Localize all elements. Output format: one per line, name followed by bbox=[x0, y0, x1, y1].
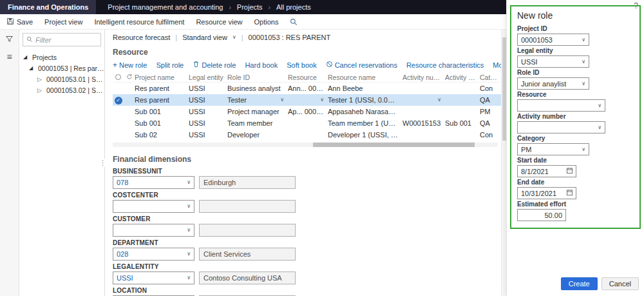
costcenter-combobox[interactable]: ∨ bbox=[113, 200, 194, 213]
businessunit-combobox[interactable]: 078∨ bbox=[113, 176, 194, 189]
chevron-down-icon[interactable]: ∨ bbox=[582, 81, 585, 86]
tree-node-sub-01[interactable]: ▷ 00001053.01 | Sub 01 bbox=[19, 74, 104, 84]
customer-combobox[interactable]: ∨ bbox=[113, 224, 194, 237]
cell-legal-entity[interactable]: USSI bbox=[189, 84, 227, 92]
table-row[interactable]: Sub 001 USSI Team member Team member 1 (… bbox=[113, 117, 508, 129]
legal-entity-combobox[interactable]: USSI∨ bbox=[517, 55, 589, 68]
chevron-down-icon[interactable]: ∨ bbox=[187, 180, 191, 185]
chevron-down-icon[interactable]: ∨ bbox=[280, 97, 284, 103]
breadcrumb-page[interactable]: All projects bbox=[276, 3, 311, 11]
chevron-down-icon[interactable]: ∨ bbox=[437, 97, 441, 103]
cell-resource-name[interactable]: Team member 1 (USSI, 100.00%) bbox=[328, 119, 402, 127]
project-view-button[interactable]: Project view bbox=[44, 18, 82, 26]
panel-splitter-handle[interactable]: ⋮ bbox=[99, 159, 106, 167]
table-row[interactable]: Res parent USSI Business analyst Ann... … bbox=[113, 83, 508, 94]
tree-expanded-icon[interactable]: ◢ bbox=[23, 54, 30, 60]
table-row-selected[interactable]: ✓ Res parent USSI Tester∨ ∨ Tester 1 (US… bbox=[113, 94, 508, 106]
resource-characteristics-button[interactable]: Resource characteristics bbox=[406, 61, 484, 69]
cancel-reservations-button[interactable]: Cancel reservations bbox=[326, 61, 397, 69]
cell-resource[interactable]: Ap... 000... ussi bbox=[288, 108, 328, 115]
grid-horizontal-scrollbar[interactable] bbox=[113, 143, 498, 147]
chevron-down-icon[interactable]: ∨ bbox=[187, 228, 191, 233]
cell-project-name[interactable]: Sub 001 bbox=[135, 119, 189, 127]
chevron-down-icon[interactable]: ∨ bbox=[187, 204, 191, 209]
chevron-down-icon[interactable]: ∨ bbox=[187, 275, 191, 281]
cell-resource-combobox[interactable]: ∨ bbox=[288, 97, 328, 103]
cell-project-name[interactable]: Sub 02 bbox=[135, 131, 189, 139]
cell-role-id[interactable]: Business analyst bbox=[227, 84, 288, 92]
chevron-down-icon[interactable]: ∨ bbox=[582, 37, 585, 43]
chevron-down-icon[interactable]: ∨ bbox=[232, 35, 236, 40]
cell-role-id-combobox[interactable]: Tester∨ bbox=[227, 96, 288, 104]
end-date-input[interactable]: 10/31/2021 bbox=[517, 187, 576, 199]
cell-activity-number[interactable]: W00015153 bbox=[402, 119, 445, 127]
cell-activity-number-combobox[interactable]: ∨ bbox=[402, 97, 445, 103]
department-combobox[interactable]: 028∨ bbox=[113, 248, 194, 261]
split-role-button[interactable]: Split role bbox=[156, 61, 184, 69]
cell-project-name[interactable]: Sub 001 bbox=[135, 108, 189, 115]
chevron-down-icon[interactable]: ∨ bbox=[598, 103, 601, 108]
cell-category[interactable]: Con bbox=[480, 131, 499, 139]
column-header-activity-number[interactable]: Activity number bbox=[402, 74, 445, 81]
new-role-button[interactable]: + New role bbox=[113, 61, 147, 69]
category-combobox[interactable]: PM∨ bbox=[517, 143, 589, 155]
legalentity-combobox[interactable]: USSI∨ bbox=[113, 271, 194, 284]
tree-collapsed-icon[interactable]: ▷ bbox=[37, 76, 44, 83]
start-date-input[interactable]: 8/1/2021 bbox=[517, 165, 576, 177]
cell-resource-name[interactable]: Appasaheb Narasannavar bbox=[328, 108, 402, 115]
tree-filter-box[interactable] bbox=[23, 33, 101, 46]
save-button[interactable]: Save bbox=[6, 17, 33, 26]
role-id-combobox[interactable]: Junior anaylist∨ bbox=[517, 77, 589, 90]
column-header-role-id[interactable]: Role ID bbox=[227, 74, 288, 81]
cell-role-id[interactable]: Project manager bbox=[227, 108, 288, 115]
tree-node-projects[interactable]: ◢ Projects bbox=[19, 52, 104, 63]
chevron-down-icon[interactable]: ∨ bbox=[582, 59, 585, 64]
estimated-effort-input[interactable]: 50.00 bbox=[517, 209, 566, 221]
cell-legal-entity[interactable]: USSI bbox=[189, 108, 227, 115]
column-header-legal-entity[interactable]: Legal entity bbox=[189, 74, 227, 81]
cell-legal-entity[interactable]: USSI bbox=[189, 96, 227, 104]
cell-legal-entity[interactable]: USSI bbox=[189, 119, 227, 127]
resource-view-button[interactable]: Resource view bbox=[196, 18, 242, 26]
cell-resource-name[interactable]: Developer 1 (USSI, 100.00%) bbox=[328, 131, 402, 139]
cell-project-name[interactable]: Res parent bbox=[135, 84, 189, 92]
cell-project-name[interactable]: Res parent bbox=[135, 96, 189, 104]
view-selector[interactable]: Standard view bbox=[182, 34, 227, 41]
column-header-resource[interactable]: Resource bbox=[288, 74, 328, 81]
calendar-icon[interactable] bbox=[566, 167, 573, 175]
cancel-button[interactable]: Cancel bbox=[601, 277, 639, 290]
cell-role-id[interactable]: Developer bbox=[227, 131, 288, 139]
app-brand[interactable]: Finance and Operations bbox=[0, 0, 96, 14]
chevron-down-icon[interactable]: ∨ bbox=[582, 147, 585, 152]
hard-book-button[interactable]: Hard book bbox=[245, 61, 278, 69]
table-row[interactable]: Sub 001 USSI Project manager Ap... 000..… bbox=[113, 106, 508, 117]
scrollbar-thumb[interactable] bbox=[502, 37, 506, 141]
chevron-down-icon[interactable]: ∨ bbox=[598, 125, 601, 130]
soft-book-button[interactable]: Soft book bbox=[287, 61, 316, 69]
column-header-activity-name[interactable]: Activity name bbox=[445, 74, 480, 81]
table-row[interactable]: Sub 02 USSI Developer Developer 1 (USSI,… bbox=[113, 129, 508, 141]
breadcrumb-module[interactable]: Project management and accounting bbox=[108, 3, 223, 11]
cell-role-id[interactable]: Team member bbox=[227, 119, 288, 127]
column-header-project-name[interactable]: Project name bbox=[135, 74, 189, 81]
calendar-icon[interactable] bbox=[566, 189, 573, 197]
chevron-down-icon[interactable]: ∨ bbox=[320, 97, 324, 103]
intelligent-resource-fulfilment-button[interactable]: Intelligent resource fulfilment bbox=[94, 18, 184, 26]
tree-node-res-parent[interactable]: ◢ 00001053 | Res parent bbox=[19, 63, 104, 74]
options-menu-button[interactable]: Options bbox=[254, 18, 279, 26]
select-all-checkbox[interactable] bbox=[113, 74, 124, 81]
create-button[interactable]: Create bbox=[561, 277, 598, 290]
refresh-icon[interactable] bbox=[124, 74, 135, 81]
search-icon[interactable] bbox=[290, 18, 298, 26]
menu-icon[interactable]: ≡ bbox=[6, 52, 12, 61]
filter-icon[interactable] bbox=[5, 35, 14, 44]
cell-category[interactable]: Con bbox=[480, 84, 499, 92]
row-select-checkbox[interactable]: ✓ bbox=[113, 95, 124, 104]
cell-activity-name[interactable]: Sub 001 bbox=[445, 119, 480, 127]
tree-filter-input[interactable] bbox=[35, 36, 87, 44]
cell-resource-name[interactable]: Tester 1 (USSI, 0.00%) bbox=[328, 96, 402, 104]
breadcrumb-area[interactable]: Projects bbox=[237, 3, 263, 11]
cell-legal-entity[interactable]: USSI bbox=[189, 131, 227, 139]
cell-category[interactable]: QA bbox=[480, 96, 499, 104]
cell-resource[interactable]: Ann... 000... ussi bbox=[288, 84, 328, 92]
